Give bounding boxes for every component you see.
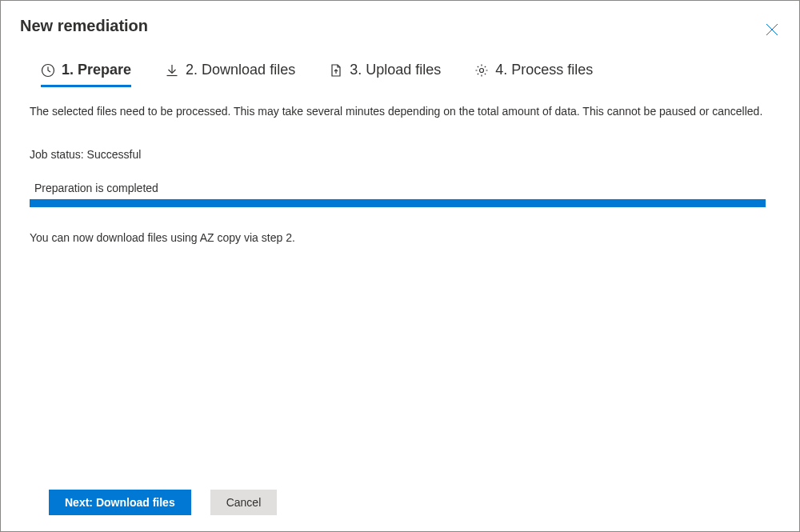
close-icon <box>766 23 778 36</box>
dialog-window: New remediation 1. Prepare <box>0 0 800 532</box>
close-button[interactable] <box>764 22 780 38</box>
gear-icon <box>474 63 489 78</box>
intro-text: The selected files need to be processed.… <box>30 103 766 119</box>
clock-icon <box>41 63 55 78</box>
dialog-title: New remediation <box>20 17 148 35</box>
job-status-value: Successful <box>87 148 142 161</box>
wizard-tabs: 1. Prepare 2. Download files <box>1 38 799 87</box>
cancel-button[interactable]: Cancel <box>210 490 278 515</box>
svg-point-3 <box>480 68 484 72</box>
tab-prepare[interactable]: 1. Prepare <box>41 62 131 87</box>
progress-bar <box>30 199 766 207</box>
upload-file-icon <box>329 63 343 78</box>
progress-label: Preparation is completed <box>30 182 770 199</box>
post-progress-message: You can now download files using AZ copy… <box>30 231 770 244</box>
tab-upload-label: 3. Upload files <box>350 62 441 78</box>
tab-upload[interactable]: 3. Upload files <box>329 62 441 87</box>
tab-process-label: 4. Process files <box>495 62 593 78</box>
tab-process[interactable]: 4. Process files <box>474 62 593 87</box>
job-status-label: Job status: <box>30 148 87 161</box>
download-icon <box>165 63 179 78</box>
tab-prepare-label: 1. Prepare <box>62 62 131 78</box>
tab-download[interactable]: 2. Download files <box>165 62 295 87</box>
progress-section: Preparation is completed <box>30 182 770 207</box>
next-button[interactable]: Next: Download files <box>49 490 191 515</box>
dialog-header: New remediation <box>1 1 799 38</box>
dialog-footer: Next: Download files Cancel <box>1 490 799 531</box>
dialog-content: The selected files need to be processed.… <box>1 87 799 244</box>
job-status: Job status: Successful <box>30 148 770 161</box>
tab-download-label: 2. Download files <box>186 62 295 78</box>
